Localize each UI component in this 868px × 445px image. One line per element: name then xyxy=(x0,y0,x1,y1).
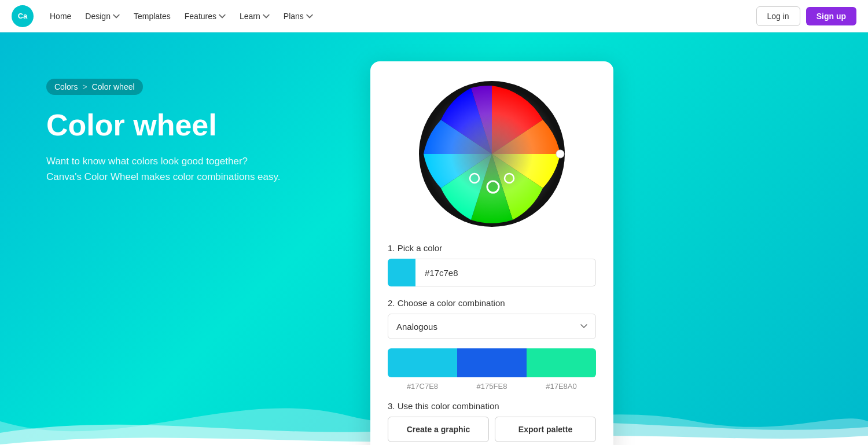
action-row: Create a graphic Export palette xyxy=(388,417,596,442)
nav-features[interactable]: Features xyxy=(179,8,231,24)
chevron-down-icon xyxy=(219,13,226,20)
color-wheel-card: 1. Pick a color 2. Choose a color combin… xyxy=(370,61,613,445)
logo-text: Ca xyxy=(18,12,28,20)
palette-row xyxy=(388,348,596,377)
nav-home[interactable]: Home xyxy=(44,8,77,24)
hero-content: Colors > Color wheel Color wheel Want to… xyxy=(46,67,336,185)
palette-label: #17E8A0 xyxy=(527,382,596,391)
palette-swatch[interactable] xyxy=(388,348,457,377)
hero-section: Colors > Color wheel Color wheel Want to… xyxy=(0,32,868,445)
palette-swatch[interactable] xyxy=(527,348,596,377)
page-title: Color wheel xyxy=(46,109,336,142)
nav-templates[interactable]: Templates xyxy=(128,8,176,24)
palette-labels: #17C7E8#175FE8#17E8A0 xyxy=(388,382,596,391)
palette-label: #17C7E8 xyxy=(388,382,457,391)
color-hex-input[interactable] xyxy=(415,259,596,286)
login-button[interactable]: Log in xyxy=(756,6,800,26)
export-palette-button[interactable]: Export palette xyxy=(495,417,596,442)
step1-label: 1. Pick a color xyxy=(388,243,596,253)
combination-select[interactable]: AnalogousComplementaryTriadicSplit-Compl… xyxy=(388,314,596,339)
navigation: Ca Home Design Templates Features Learn … xyxy=(0,0,868,32)
nav-plans[interactable]: Plans xyxy=(278,8,319,24)
step2-label: 2. Choose a color combination xyxy=(388,298,596,308)
palette-label: #175FE8 xyxy=(457,382,527,391)
nav-links: Home Design Templates Features Learn Pla… xyxy=(44,8,756,24)
svg-point-7 xyxy=(556,150,564,158)
color-input-row xyxy=(388,259,596,286)
svg-point-3 xyxy=(424,86,560,222)
color-wheel-container xyxy=(388,79,596,229)
create-graphic-button[interactable]: Create a graphic xyxy=(388,417,489,442)
canva-logo[interactable]: Ca xyxy=(12,5,34,27)
step3-label: 3. Use this color combination xyxy=(388,401,596,411)
palette-swatch[interactable] xyxy=(457,348,527,377)
breadcrumb-current: Color wheel xyxy=(92,82,135,91)
chevron-down-icon xyxy=(263,13,270,20)
hero-description: Want to know what colors look good toget… xyxy=(46,153,336,185)
breadcrumb-parent[interactable]: Colors xyxy=(54,82,78,91)
color-swatch[interactable] xyxy=(388,259,415,286)
breadcrumb-separator: > xyxy=(82,82,87,91)
nav-design[interactable]: Design xyxy=(79,8,126,24)
signup-button[interactable]: Sign up xyxy=(806,7,856,25)
nav-actions: Log in Sign up xyxy=(756,6,856,26)
chevron-down-icon xyxy=(113,13,120,20)
chevron-down-icon xyxy=(306,13,313,20)
color-wheel[interactable] xyxy=(417,79,567,229)
breadcrumb: Colors > Color wheel xyxy=(46,79,143,95)
nav-learn[interactable]: Learn xyxy=(234,8,275,24)
